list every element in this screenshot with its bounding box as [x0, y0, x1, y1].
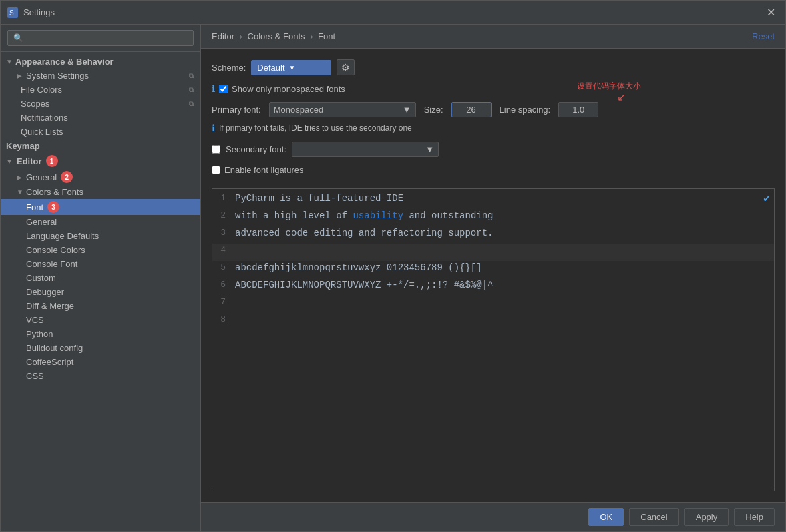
sidebar-item-label: Console Font: [26, 259, 77, 269]
sidebar-item-console-font[interactable]: Console Font: [1, 257, 200, 271]
badge-1: 1: [46, 155, 58, 167]
sidebar-item-label: Colors & Fonts: [26, 187, 83, 197]
sidebar-item-label: Diff & Merge: [26, 301, 74, 311]
sidebar-item-keymap[interactable]: Keymap: [1, 139, 200, 153]
sidebar-item-css[interactable]: CSS: [1, 369, 200, 383]
sidebar-item-console-colors[interactable]: Console Colors: [1, 243, 200, 257]
close-button[interactable]: ✕: [763, 5, 779, 21]
sidebar-item-label: CoffeeScript: [26, 357, 73, 367]
help-button[interactable]: Help: [734, 508, 775, 526]
window-title: Settings: [23, 7, 763, 17]
size-label: Size:: [424, 105, 443, 115]
sidebar-item-label: Keymap: [6, 141, 40, 151]
secondary-font-select[interactable]: ▼: [292, 142, 439, 157]
sidebar-item-coffeescript[interactable]: CoffeeScript: [1, 355, 200, 369]
sidebar-item-label: Buildout config: [26, 343, 83, 353]
fallback-info: If primary font fails, IDE tries to use …: [219, 123, 412, 133]
search-input[interactable]: [7, 30, 194, 46]
ligatures-checkbox[interactable]: [212, 166, 220, 174]
sidebar-item-custom[interactable]: Custom: [1, 271, 200, 285]
line-number-1: 1: [212, 192, 232, 203]
main-content: ▼ Appearance & Behavior ▶ System Setting…: [1, 25, 785, 531]
sidebar-item-label: System Settings: [26, 71, 89, 81]
sidebar-item-python[interactable]: Python: [1, 327, 200, 341]
sidebar-item-quick-lists[interactable]: Quick Lists: [1, 125, 200, 139]
scheme-select[interactable]: Default ▼: [251, 60, 331, 75]
monospaced-label: Show only monospaced fonts: [232, 84, 345, 94]
preview-line-6: 6 ABCDEFGHIJKLMNOPQRSTUVWXYZ +-*/=.,;:!?…: [212, 278, 774, 296]
sidebar-item-appearance-behavior[interactable]: ▼ Appearance & Behavior: [1, 55, 200, 69]
primary-font-value: Monospaced: [274, 105, 323, 115]
line-number-3: 3: [212, 226, 232, 238]
sidebar-item-notifications[interactable]: Notifications: [1, 111, 200, 125]
sidebar-item-label: Quick Lists: [21, 127, 63, 137]
scheme-label: Scheme:: [212, 63, 246, 73]
sidebar-item-vcs[interactable]: VCS: [1, 313, 200, 327]
sidebar: ▼ Appearance & Behavior ▶ System Setting…: [1, 25, 201, 531]
preview-area: ✔ 1 PyCharm is a full-featured IDE 2 wit…: [212, 188, 775, 491]
ligatures-row: Enable font ligatures: [212, 165, 775, 175]
breadcrumb-colors-fonts: Colors & Fonts: [248, 31, 305, 41]
breadcrumb: Editor › Colors & Fonts › Font: [212, 31, 335, 41]
font-dropdown-arrow-icon: ▼: [403, 105, 411, 115]
info-icon: ℹ: [212, 83, 215, 94]
scheme-row: Scheme: Default ▼ ⚙: [212, 59, 775, 75]
preview-line-5: 5 abcdefghijklmnopqrstuvwxyz 0123456789 …: [212, 261, 774, 278]
line-number-2: 2: [212, 209, 232, 220]
sidebar-item-language-defaults[interactable]: Language Defaults: [1, 229, 200, 243]
preview-line-1: 1 PyCharm is a full-featured IDE: [212, 192, 774, 209]
copy-icon3: ⧉: [189, 100, 194, 108]
sidebar-item-colors-fonts[interactable]: ▼ Colors & Fonts: [1, 185, 200, 199]
secondary-font-label: Secondary font:: [226, 144, 286, 154]
monospaced-checkbox[interactable]: [219, 85, 228, 93]
checkmark-icon: ✔: [763, 192, 770, 205]
preview-line-2: 2 with a high level of usability and out…: [212, 209, 774, 226]
apply-button[interactable]: Apply: [684, 508, 729, 526]
sidebar-item-label: File Colors: [21, 85, 62, 95]
svg-text:S: S: [9, 9, 14, 17]
line-content-5: abcdefghijklmnopqrstuvwxyz 0123456789 ()…: [232, 261, 774, 273]
line-content-7: [232, 296, 774, 297]
expand-arrow: ▼: [17, 188, 26, 196]
sidebar-item-label: CSS: [26, 371, 44, 381]
ok-button[interactable]: OK: [588, 508, 624, 526]
settings-window: S Settings ✕ ▼ Appearance & Behavior ▶ S…: [0, 0, 786, 532]
sidebar-item-label: General: [26, 172, 57, 182]
line-content-1: PyCharm is a full-featured IDE: [232, 192, 774, 204]
badge-2: 2: [61, 171, 73, 183]
cancel-button[interactable]: Cancel: [629, 508, 678, 526]
gear-button[interactable]: ⚙: [337, 59, 355, 75]
size-input[interactable]: [451, 102, 492, 117]
ligatures-label: Enable font ligatures: [224, 165, 304, 175]
title-bar: S Settings ✕: [1, 1, 785, 25]
preview-line-3: 3 advanced code editing and refactoring …: [212, 226, 774, 244]
sidebar-item-general-sub[interactable]: General: [1, 215, 200, 229]
sidebar-item-buildout-config[interactable]: Buildout config: [1, 341, 200, 355]
panel-body: Scheme: Default ▼ ⚙ ℹ Show only monospac…: [201, 49, 785, 502]
sidebar-item-system-settings[interactable]: ▶ System Settings ⧉: [1, 69, 200, 83]
sidebar-item-font[interactable]: Font 3: [1, 199, 200, 215]
line-spacing-label: Line spacing:: [500, 105, 551, 115]
sidebar-item-scopes[interactable]: Scopes ⧉: [1, 97, 200, 111]
monospaced-row: ℹ Show only monospaced fonts: [212, 83, 775, 94]
info-row-icon: ℹ: [212, 123, 215, 134]
primary-font-select[interactable]: Monospaced ▼: [269, 102, 416, 117]
reset-button[interactable]: Reset: [752, 31, 775, 41]
scheme-value: Default: [257, 63, 284, 73]
line-number-7: 7: [212, 296, 232, 307]
sidebar-item-editor[interactable]: ▼ Editor 1: [1, 153, 200, 169]
sidebar-item-diff-merge[interactable]: Diff & Merge: [1, 299, 200, 313]
expand-arrow: ▶: [17, 72, 26, 79]
sidebar-item-debugger[interactable]: Debugger: [1, 285, 200, 299]
sidebar-item-file-colors[interactable]: File Colors ⧉: [1, 83, 200, 97]
secondary-font-checkbox[interactable]: [212, 145, 220, 154]
sidebar-item-label: Custom: [26, 273, 56, 283]
badge-3: 3: [47, 201, 59, 213]
line-spacing-input[interactable]: [558, 102, 598, 117]
breadcrumb-sep1: ›: [240, 31, 245, 41]
line-content-3: advanced code editing and refactoring su…: [232, 226, 774, 238]
panel-header: Editor › Colors & Fonts › Font Reset: [201, 25, 785, 49]
primary-font-label: Primary font:: [212, 105, 261, 115]
line-number-4: 4: [212, 244, 232, 255]
sidebar-item-general[interactable]: ▶ General 2: [1, 169, 200, 185]
